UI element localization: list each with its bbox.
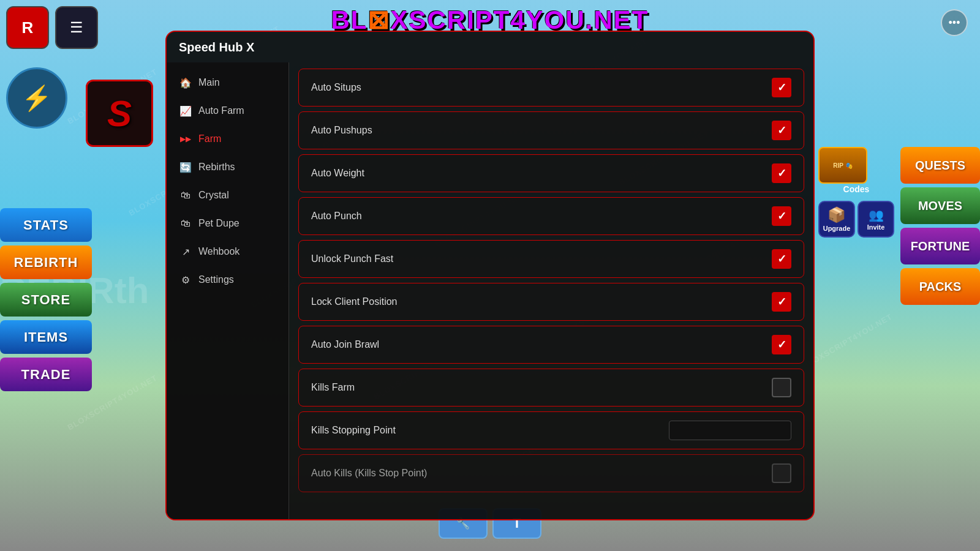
left-game-buttons: STATS REBIRTH STORE ITEMS TRADE: [0, 208, 92, 391]
trade-button[interactable]: TRADE: [0, 358, 92, 391]
main-panel: Speed Hub X 🏠 Main 📈 Auto Farm ▶▶ Farm 🔄…: [165, 31, 815, 520]
feature-label-auto-punch: Auto Punch: [311, 211, 772, 222]
settings-icon: ⚙: [179, 273, 192, 287]
sidebar-item-rebirths[interactable]: 🔄 Rebirths: [167, 153, 288, 181]
menu-icon-btn[interactable]: ☰: [55, 6, 98, 49]
sidebar-item-crystal[interactable]: 🛍 Crystal: [167, 181, 288, 209]
rebirths-icon: 🔄: [179, 160, 192, 174]
packs-button[interactable]: PACKS: [900, 268, 980, 305]
quests-button[interactable]: QUESTS: [900, 147, 980, 184]
invite-button[interactable]: 👥 Invite: [858, 201, 894, 238]
roblox-icon-btn[interactable]: R: [6, 6, 49, 49]
kills-stopping-point-input[interactable]: [669, 421, 791, 440]
moves-button[interactable]: MOVES: [900, 187, 980, 224]
feature-label-lock-client-position: Lock Client Position: [311, 296, 772, 307]
top-left-icons: R ☰: [6, 6, 98, 49]
feature-row-auto-kills: Auto Kills (Kills Stop Point): [298, 454, 804, 492]
checkbox-kills-farm[interactable]: [772, 378, 791, 397]
script-logo: S: [86, 80, 153, 147]
feature-label-kills-stopping-point: Kills Stopping Point: [311, 425, 669, 436]
panel-title: Speed Hub X: [179, 40, 254, 54]
checkbox-auto-pushups[interactable]: ✓: [772, 121, 791, 140]
feature-row-lock-client-position: Lock Client Position ✓: [298, 283, 804, 321]
feature-label-auto-kills: Auto Kills (Kills Stop Point): [311, 468, 772, 479]
site-title: BL⊠XSCRIPT4YOU.NET: [331, 5, 649, 35]
checkbox-unlock-punch-fast[interactable]: ✓: [772, 249, 791, 269]
feature-row-unlock-punch-fast: Unlock Punch Fast ✓: [298, 240, 804, 278]
feature-list: Auto Situps ✓ Auto Pushups ✓ Auto Weight…: [289, 62, 813, 519]
sidebar-item-autofarm[interactable]: 📈 Auto Farm: [167, 97, 288, 125]
upgrade-button[interactable]: 📦 Upgrade: [818, 201, 855, 238]
panel-header: Speed Hub X: [167, 32, 813, 62]
main-icon: 🏠: [179, 76, 192, 89]
feature-label-auto-join-brawl: Auto Join Brawl: [311, 339, 772, 350]
checkbox-auto-situps[interactable]: ✓: [772, 78, 791, 97]
fortune-button[interactable]: FORTUNE: [900, 228, 980, 264]
sidebar-item-farm[interactable]: ▶▶ Farm: [167, 125, 288, 153]
sidebar: 🏠 Main 📈 Auto Farm ▶▶ Farm 🔄 Rebirths 🛍 …: [167, 62, 289, 519]
checkbox-auto-join-brawl[interactable]: ✓: [772, 335, 791, 354]
farm-icon: ▶▶: [179, 132, 192, 146]
feature-row-auto-punch: Auto Punch ✓: [298, 197, 804, 235]
petdupe-icon: 🛍: [179, 217, 192, 230]
rebirth-button[interactable]: REBIRTH: [0, 246, 92, 279]
right-game-buttons: QUESTS MOVES FORTUNE PACKS: [900, 147, 980, 305]
checkbox-lock-client-position[interactable]: ✓: [772, 292, 791, 312]
autofarm-icon: 📈: [179, 104, 192, 118]
feature-row-kills-stopping-point: Kills Stopping Point: [298, 411, 804, 449]
rip-icon-card[interactable]: RIP 🎭: [818, 147, 867, 184]
sidebar-item-main[interactable]: 🏠 Main: [167, 69, 288, 97]
sidebar-item-petdupe[interactable]: 🛍 Pet Dupe: [167, 209, 288, 238]
feature-row-auto-join-brawl: Auto Join Brawl ✓: [298, 326, 804, 364]
feature-row-auto-pushups: Auto Pushups ✓: [298, 111, 804, 149]
items-button[interactable]: ITEMS: [0, 320, 92, 354]
feature-row-auto-situps: Auto Situps ✓: [298, 69, 804, 107]
feature-label-unlock-punch-fast: Unlock Punch Fast: [311, 253, 772, 264]
feature-label-auto-pushups: Auto Pushups: [311, 125, 772, 136]
checkbox-auto-punch[interactable]: ✓: [772, 206, 791, 226]
player-avatar[interactable]: ⚡: [6, 67, 67, 129]
feature-row-kills-farm: Kills Farm: [298, 369, 804, 407]
checkbox-auto-weight[interactable]: ✓: [772, 163, 791, 183]
wehbook-icon: ↗: [179, 245, 192, 258]
right-top-icons: RIP 🎭 Codes 📦 Upgrade 👥 Invite: [818, 147, 894, 238]
feature-row-auto-weight: Auto Weight ✓: [298, 154, 804, 192]
feature-label-kills-farm: Kills Farm: [311, 382, 772, 393]
more-options-button[interactable]: •••: [941, 9, 968, 36]
feature-label-auto-situps: Auto Situps: [311, 82, 772, 93]
feature-label-auto-weight: Auto Weight: [311, 168, 772, 179]
sidebar-item-wehbook[interactable]: ↗ Wehbook: [167, 238, 288, 266]
codes-label: Codes: [843, 184, 870, 194]
panel-body: 🏠 Main 📈 Auto Farm ▶▶ Farm 🔄 Rebirths 🛍 …: [167, 62, 813, 519]
checkbox-auto-kills[interactable]: [772, 463, 791, 483]
stats-button[interactable]: STATS: [0, 208, 92, 242]
crystal-icon: 🛍: [179, 189, 192, 202]
upgrade-invite-area: 📦 Upgrade 👥 Invite: [818, 201, 894, 238]
sidebar-item-settings[interactable]: ⚙ Settings: [167, 266, 288, 294]
store-button[interactable]: STORE: [0, 283, 92, 317]
